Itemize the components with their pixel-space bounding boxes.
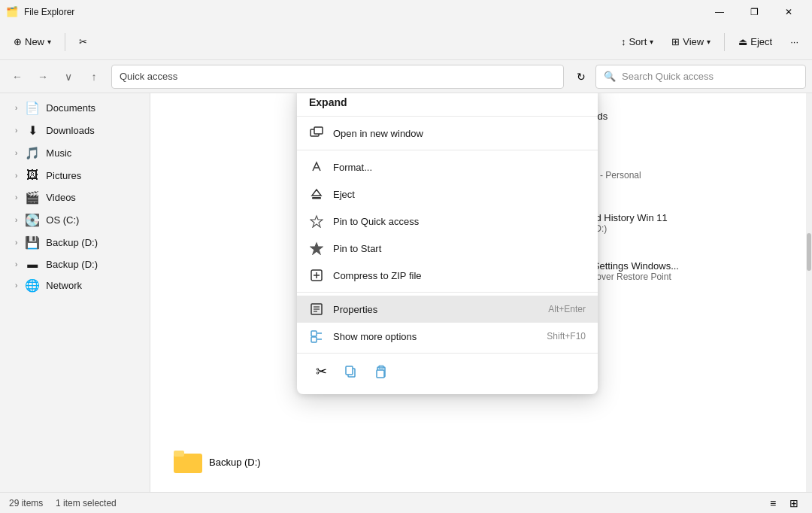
more-button[interactable]: ···: [783, 29, 806, 56]
ctx-open-new-window[interactable]: Open in new window: [297, 120, 598, 147]
address-text: Quick access: [120, 71, 177, 82]
properties-label: Properties: [333, 304, 539, 315]
properties-icon: [309, 302, 324, 317]
sidebar-item-label: Backup (D:): [46, 237, 98, 248]
new-button[interactable]: ⊕ New ▾: [6, 29, 59, 56]
chevron-icon: ›: [15, 260, 17, 269]
eject-icon: ⏏: [738, 36, 747, 47]
svg-marker-3: [312, 190, 321, 196]
history-dropdown-button[interactable]: ∨: [57, 65, 80, 88]
sidebar-item-documents[interactable]: › 📄 Documents: [3, 97, 147, 119]
main-layout: › 📄 Documents › ⬇ Downloads › 🎵 Music › …: [0, 93, 812, 492]
ctx-show-more[interactable]: Show more options Shift+F10: [297, 323, 598, 350]
new-chevron: ▾: [47, 38, 51, 46]
ctx-properties[interactable]: Properties Alt+Enter: [297, 296, 598, 323]
items-count: 29 items: [9, 498, 43, 508]
maximize-button[interactable]: ❐: [737, 0, 771, 24]
sidebar: › 📄 Documents › ⬇ Downloads › 🎵 Music › …: [0, 93, 150, 492]
eject-icon: [309, 187, 324, 202]
backup-folder-label: Backup (D:): [209, 457, 261, 468]
ctx-compress-zip[interactable]: Compress to ZIP file: [297, 262, 598, 289]
view-button[interactable]: ⊞ View ▾: [664, 29, 718, 56]
format-label: Format...: [333, 162, 586, 173]
sidebar-item-backup-d1[interactable]: › 💾 Backup (D:): [3, 232, 147, 253]
status-bar: 29 items 1 item selected ≡ ⊞: [0, 492, 812, 513]
format-icon: [309, 159, 324, 175]
open-new-window-icon: [309, 126, 324, 141]
ctx-pin-quick[interactable]: Pin to Quick access: [297, 208, 598, 235]
backup-folder-item[interactable]: Backup (D:): [173, 448, 261, 477]
back-button[interactable]: ←: [6, 65, 29, 88]
forward-button[interactable]: →: [32, 65, 54, 88]
sort-icon: ↕: [621, 36, 626, 47]
pin-quick-icon: [309, 214, 324, 229]
pin-quick-label: Pin to Quick access: [333, 216, 586, 227]
title-bar: 🗂️ File Explorer — ❐ ✕: [0, 0, 812, 24]
title-bar-controls: — ❐ ✕: [702, 0, 806, 24]
view-label: View: [683, 36, 704, 47]
sidebar-item-backup-d2[interactable]: › ▬ Backup (D:): [3, 254, 147, 274]
status-view-controls: ≡ ⊞: [764, 494, 803, 512]
new-label: New: [25, 36, 44, 47]
sidebar-item-label: Music: [46, 147, 71, 159]
chevron-icon: ›: [15, 172, 17, 180]
ctx-format[interactable]: Format...: [297, 153, 598, 181]
view-icon: ⊞: [671, 36, 680, 47]
ctx-copy-button[interactable]: [339, 360, 363, 384]
content-area: Expand Open in new window Format... Ejec…: [150, 93, 812, 492]
svg-rect-19: [346, 366, 353, 375]
sidebar-item-downloads[interactable]: › ⬇ Downloads: [3, 120, 147, 141]
search-bar[interactable]: 🔍 Search Quick access: [595, 65, 806, 89]
toolbar: ⊕ New ▾ ✂ ↕ Sort ▾ ⊞ View ▾ ⏏ Eject ···: [0, 24, 812, 60]
sidebar-item-network[interactable]: › 🌐 Network: [3, 275, 147, 296]
sidebar-item-music[interactable]: › 🎵 Music: [3, 142, 147, 164]
chevron-icon: ›: [15, 216, 17, 224]
up-button[interactable]: ↑: [83, 65, 105, 88]
ctx-separator-2: [297, 292, 598, 293]
address-bar[interactable]: Quick access: [111, 65, 564, 89]
svg-rect-22: [377, 370, 384, 378]
sort-label: Sort: [629, 36, 647, 47]
eject-label: Eject: [750, 36, 772, 47]
close-button[interactable]: ✕: [771, 0, 806, 24]
sidebar-item-label: Backup (D:): [46, 259, 98, 270]
sidebar-item-pictures[interactable]: › 🖼 Pictures: [3, 165, 147, 186]
videos-icon: 🎬: [25, 190, 40, 205]
sort-button[interactable]: ↕ Sort ▾: [614, 29, 661, 56]
view-chevron: ▾: [707, 38, 710, 46]
refresh-button[interactable]: ↻: [570, 65, 592, 88]
svg-marker-6: [311, 243, 323, 254]
sidebar-item-os-c[interactable]: › 💽 OS (C:): [3, 209, 147, 231]
compress-zip-icon: [309, 268, 324, 283]
sidebar-item-label: OS (C:): [46, 214, 79, 226]
backup-folder-icon: [173, 448, 203, 477]
chevron-icon: ›: [15, 281, 17, 290]
ctx-cut-button[interactable]: ✂: [309, 360, 333, 384]
sidebar-item-label: Downloads: [46, 125, 94, 136]
list-view-button[interactable]: ≡: [764, 494, 782, 512]
eject-button[interactable]: ⏏ Eject: [731, 29, 780, 56]
context-menu: Expand Open in new window Format... Ejec…: [297, 93, 598, 394]
ctx-paste-button[interactable]: [369, 360, 393, 384]
window-title: File Explorer: [24, 7, 74, 17]
selected-count: 1 item selected: [56, 498, 117, 508]
sidebar-item-videos[interactable]: › 🎬 Videos: [3, 187, 147, 208]
sidebar-item-label: Documents: [46, 102, 95, 114]
backup2-icon: ▬: [25, 258, 40, 270]
scrollbar-thumb[interactable]: [807, 233, 811, 271]
cut-button[interactable]: ✂: [71, 29, 95, 56]
pin-start-label: Pin to Start: [333, 243, 586, 254]
scrollbar-track: [806, 93, 812, 492]
open-new-window-label: Open in new window: [333, 128, 586, 139]
svg-rect-16: [311, 337, 317, 342]
compress-zip-label: Compress to ZIP file: [333, 270, 586, 281]
pictures-icon: 🖼: [25, 168, 40, 182]
search-placeholder: Search Quick access: [622, 71, 714, 82]
pin-start-icon: [309, 241, 324, 256]
network-icon: 🌐: [25, 278, 40, 293]
ctx-pin-start[interactable]: Pin to Start: [297, 235, 598, 262]
grid-view-button[interactable]: ⊞: [785, 494, 803, 512]
downloads-icon: ⬇: [25, 123, 40, 138]
minimize-button[interactable]: —: [702, 0, 737, 24]
ctx-eject[interactable]: Eject: [297, 181, 598, 208]
